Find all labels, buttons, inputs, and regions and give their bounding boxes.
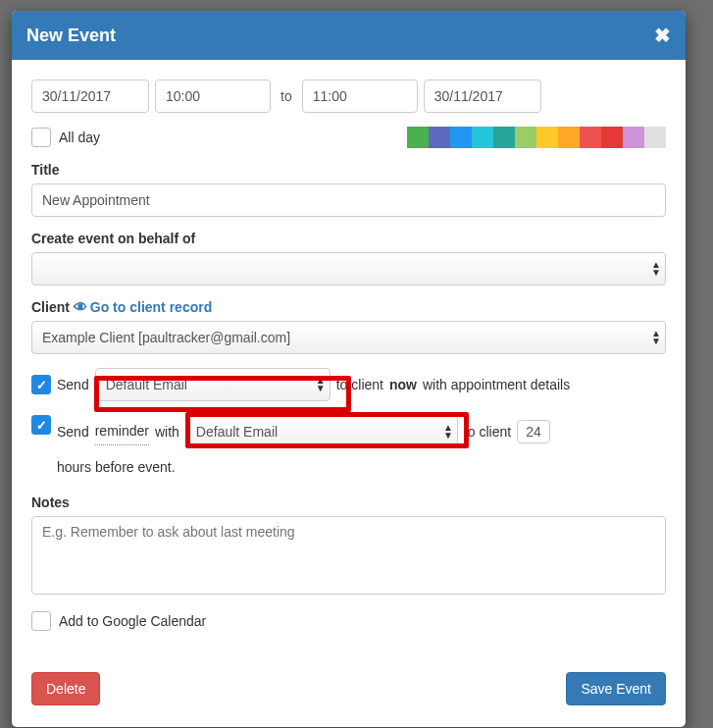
notes-textarea[interactable] [31, 516, 666, 595]
end-date-input[interactable] [424, 79, 541, 113]
reminder-with: with [155, 419, 179, 445]
datetime-row: to [31, 79, 666, 113]
reminder-template-select[interactable]: Default Email ▲▼ [185, 415, 458, 448]
color-swatches[interactable] [407, 127, 666, 148]
behalf-label: Create event on behalf of [31, 231, 666, 246]
color-swatch[interactable] [558, 127, 580, 148]
google-cal-label: Add to Google Calendar [59, 613, 206, 629]
color-swatch[interactable] [429, 127, 450, 148]
reminder-checkbox[interactable] [31, 415, 51, 435]
to-label: to [280, 88, 292, 104]
caret-icon: ▲▼ [651, 330, 661, 345]
color-swatch[interactable] [536, 127, 558, 148]
reminder-hours-after: hours before event. [57, 454, 176, 481]
modal-title: New Event [26, 26, 116, 46]
reminder-word[interactable]: reminder [95, 418, 149, 445]
go-to-client-link[interactable]: 👁Go to client record [74, 299, 212, 315]
color-swatch[interactable] [472, 127, 493, 148]
title-label: Title [31, 162, 666, 178]
color-swatch[interactable] [580, 127, 601, 148]
delete-button[interactable]: Delete [31, 672, 100, 705]
client-label: Client [31, 299, 70, 315]
color-swatch[interactable] [644, 127, 666, 148]
send-now-post: with appointment details [423, 377, 570, 392]
client-value: Example Client [paultracker@gmail.com] [42, 330, 290, 345]
caret-icon: ▲▼ [651, 261, 661, 277]
color-swatch[interactable] [493, 127, 515, 148]
caret-icon: ▲▼ [316, 377, 326, 392]
modal-header: New Event ✖ [12, 11, 686, 60]
notes-label: Notes [31, 494, 666, 510]
reminder-to-client: to client [464, 419, 511, 445]
color-swatch[interactable] [515, 127, 536, 148]
save-event-button[interactable]: Save Event [566, 672, 666, 705]
send-now-mid: to client [336, 377, 383, 392]
all-day-checkbox[interactable] [31, 128, 51, 147]
send-now-pre: Send [57, 377, 89, 392]
new-event-modal: New Event ✖ to All day T [12, 11, 686, 727]
color-swatch[interactable] [623, 127, 644, 148]
start-time-input[interactable] [155, 79, 271, 113]
title-input[interactable] [31, 183, 666, 217]
reminder-hours-input[interactable] [517, 420, 550, 443]
send-now-checkbox[interactable] [31, 375, 51, 394]
color-swatch[interactable] [450, 127, 472, 148]
end-time-input[interactable] [302, 79, 418, 113]
close-icon[interactable]: ✖ [654, 24, 671, 47]
eye-icon: 👁 [74, 299, 87, 315]
caret-icon: ▲▼ [443, 424, 453, 440]
all-day-label: All day [59, 130, 100, 145]
send-now-now: now [389, 377, 417, 392]
google-cal-checkbox[interactable] [31, 611, 51, 631]
behalf-select[interactable]: ▲▼ [31, 252, 666, 286]
color-swatch[interactable] [407, 127, 429, 148]
color-swatch[interactable] [601, 127, 623, 148]
client-select[interactable]: Example Client [paultracker@gmail.com] ▲… [31, 321, 666, 354]
start-date-input[interactable] [31, 79, 149, 113]
reminder-pre: Send [57, 419, 89, 445]
send-now-template-select[interactable]: Default Email ▲▼ [95, 368, 331, 401]
